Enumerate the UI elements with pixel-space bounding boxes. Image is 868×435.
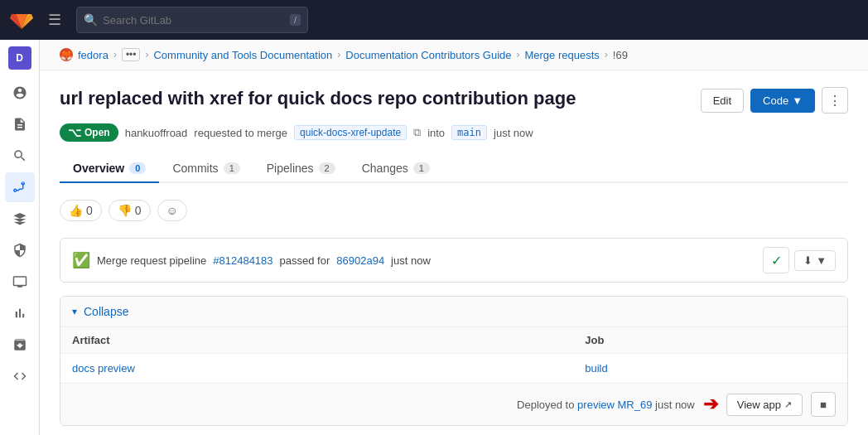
code-label: Code xyxy=(763,94,788,107)
merge-request-icon: ⌥ xyxy=(68,126,81,139)
top-navigation: ☰ 🔍 / xyxy=(0,0,868,40)
pipeline-success-icon: ✅ xyxy=(72,251,90,269)
deploy-text: Deployed to preview MR_69 just now xyxy=(517,399,695,411)
title-actions: Edit Code ▼ ⋮ xyxy=(701,87,848,114)
view-app-button[interactable]: View app ↗ xyxy=(726,394,803,416)
breadcrumb-sep-4: › xyxy=(516,49,519,60)
pipeline-time: just now xyxy=(391,254,431,267)
job-col-header: Job xyxy=(573,327,847,354)
collapse-chevron-icon: ▾ xyxy=(72,306,77,317)
sidebar-item-file[interactable] xyxy=(5,109,35,139)
pipeline-text: Merge request pipeline xyxy=(97,254,206,267)
pipeline-passed-text: passed for xyxy=(280,254,330,267)
preview-link[interactable]: preview MR_69 xyxy=(577,399,652,411)
tabs-bar: Overview 0 Commits 1 Pipelines 2 Changes… xyxy=(60,155,848,183)
reactions-bar: 👍 0 👎 0 ☺ xyxy=(60,200,848,221)
search-bar[interactable]: 🔍 / xyxy=(76,7,308,33)
breadcrumb: 🦊 fedora › ••• › Community and Tools Doc… xyxy=(40,40,868,70)
content-area: url replaced with xref for quick docs re… xyxy=(40,70,868,435)
collapse-label: Collapse xyxy=(84,305,128,318)
tab-commits[interactable]: Commits 1 xyxy=(159,155,253,183)
pipeline-link[interactable]: #812484183 xyxy=(213,254,272,267)
left-sidebar: D xyxy=(0,40,40,435)
check-icon: ✓ xyxy=(771,253,782,268)
more-actions-button[interactable]: ⋮ xyxy=(822,87,848,114)
stop-icon: ■ xyxy=(820,399,827,411)
search-icon: 🔍 xyxy=(84,13,98,27)
copy-icon[interactable]: ⧉ xyxy=(413,126,421,139)
download-icon: ⬇ xyxy=(803,254,813,267)
target-branch: main xyxy=(451,125,487,140)
user-avatar[interactable]: D xyxy=(8,46,31,70)
sidebar-item-books[interactable] xyxy=(5,78,35,108)
smiley-icon: ☺ xyxy=(166,204,178,217)
download-dropdown-icon: ▼ xyxy=(816,254,827,267)
tab-overview-label: Overview xyxy=(73,162,124,175)
thumbs-down-emoji: 👎 xyxy=(118,204,132,217)
tab-pipelines[interactable]: Pipelines 2 xyxy=(253,155,349,183)
status-row: ⌥ Open hankuoffroad requested to merge q… xyxy=(60,123,848,142)
gitlab-logo[interactable] xyxy=(10,7,33,33)
sidebar-item-packages[interactable] xyxy=(5,330,35,360)
breadcrumb-sep-5: › xyxy=(605,49,608,60)
title-row: url replaced with xref for quick docs re… xyxy=(60,87,848,114)
sidebar-item-snippets[interactable] xyxy=(5,361,35,391)
pipeline-commit[interactable]: 86902a94 xyxy=(336,254,384,267)
sidebar-item-search[interactable] xyxy=(5,141,35,171)
pipeline-check-button[interactable]: ✓ xyxy=(763,247,789,273)
tab-overview-count: 0 xyxy=(129,162,146,174)
thumbs-up-button[interactable]: 👍 0 xyxy=(60,200,102,221)
stop-button[interactable]: ■ xyxy=(811,392,836,417)
thumbs-up-count: 0 xyxy=(86,204,93,217)
tab-overview[interactable]: Overview 0 xyxy=(60,155,159,183)
tab-pipelines-label: Pipelines xyxy=(267,162,314,175)
action-text: requested to merge xyxy=(194,127,287,139)
page-title: url replaced with xref for quick docs re… xyxy=(60,87,684,111)
thumbs-down-count: 0 xyxy=(135,204,142,217)
view-app-label: View app xyxy=(737,399,781,411)
arrow-icon: ➔ xyxy=(703,394,718,415)
sidebar-item-analytics[interactable] xyxy=(5,298,35,328)
external-link-icon: ↗ xyxy=(784,399,792,410)
tab-changes[interactable]: Changes 1 xyxy=(349,155,443,183)
artifact-col-header: Artifact xyxy=(60,327,573,354)
thumbs-down-button[interactable]: 👎 0 xyxy=(108,200,151,221)
time-ago: just now xyxy=(494,127,533,139)
add-reaction-button[interactable]: ☺ xyxy=(157,200,187,221)
sidebar-item-monitor[interactable] xyxy=(5,267,35,297)
search-shortcut: / xyxy=(290,14,301,26)
pipeline-actions: ✓ ⬇ ▼ xyxy=(763,247,836,273)
source-branch[interactable]: quick-docs-xref-update xyxy=(294,125,407,140)
breadcrumb-sep-1: › xyxy=(113,49,117,60)
breadcrumb-community[interactable]: Community and Tools Documentation xyxy=(153,49,332,61)
edit-button[interactable]: Edit xyxy=(701,89,744,113)
ellipsis-icon: ⋮ xyxy=(828,93,841,109)
tab-commits-label: Commits xyxy=(172,162,218,175)
breadcrumb-current: !69 xyxy=(613,49,628,61)
breadcrumb-sep-2: › xyxy=(145,49,148,60)
breadcrumb-more[interactable]: ••• xyxy=(122,48,141,61)
status-label: Open xyxy=(84,127,110,138)
sidebar-item-merge-requests[interactable] xyxy=(5,172,35,202)
artifact-link[interactable]: docs preview xyxy=(72,362,135,375)
collapse-header[interactable]: ▾ Collapse xyxy=(60,297,847,327)
deploy-time: just now xyxy=(655,399,695,411)
code-dropdown-icon: ▼ xyxy=(792,94,803,107)
table-row: docs preview build xyxy=(60,354,847,384)
hamburger-menu[interactable]: ☰ xyxy=(41,7,68,32)
breadcrumb-guide[interactable]: Documentation Contributors Guide xyxy=(345,49,511,61)
breadcrumb-fedora[interactable]: fedora xyxy=(78,49,108,61)
job-link[interactable]: build xyxy=(585,362,607,375)
pipeline-info: ✅ Merge request pipeline #812484183 pass… xyxy=(72,251,431,269)
tab-changes-label: Changes xyxy=(362,162,408,175)
sidebar-item-deployments[interactable] xyxy=(5,204,35,234)
pipeline-download-button[interactable]: ⬇ ▼ xyxy=(794,250,836,271)
breadcrumb-merge-requests[interactable]: Merge requests xyxy=(524,49,599,61)
breadcrumb-sep-3: › xyxy=(337,49,340,60)
thumbs-up-emoji: 👍 xyxy=(69,204,83,217)
sidebar-item-security[interactable] xyxy=(5,235,35,265)
status-badge: ⌥ Open xyxy=(60,123,118,142)
deploy-cell: Deployed to preview MR_69 just now ➔ Vie… xyxy=(72,392,836,417)
code-button[interactable]: Code ▼ xyxy=(750,89,815,113)
search-input[interactable] xyxy=(103,14,285,27)
